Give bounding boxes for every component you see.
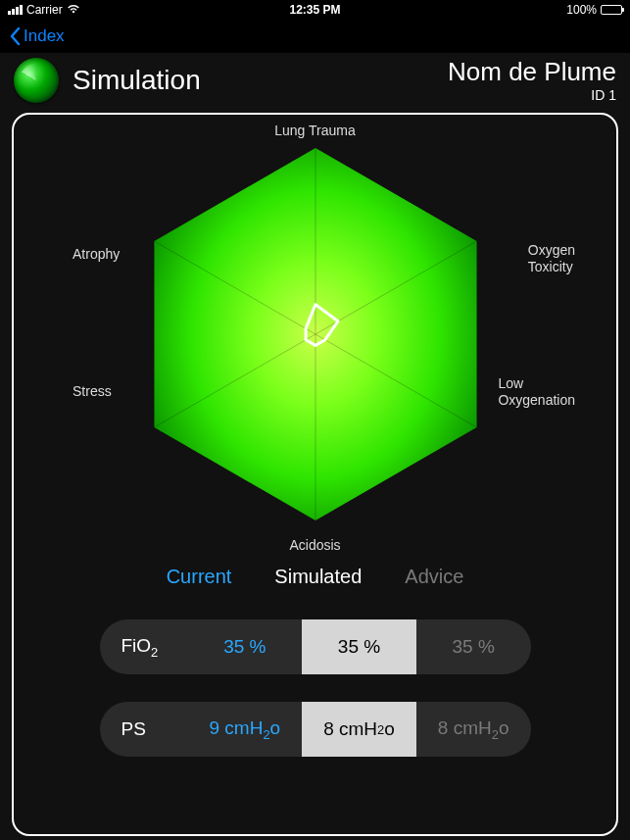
axis-label-low-oxygenation: LowOxygenation	[498, 375, 575, 409]
status-time: 12:35 PM	[289, 3, 340, 17]
param-row-ps: PS 9 cmH2o 8 cmH2o 8 cmH2o	[100, 702, 531, 757]
ps-simulated[interactable]: 8 cmH2o	[302, 702, 416, 757]
ps-current: 9 cmH2o	[188, 717, 303, 742]
ps-advice: 8 cmH2o	[416, 717, 531, 742]
signal-icon	[8, 5, 23, 15]
page-header: Simulation Nom de Plume ID 1	[0, 53, 630, 113]
status-left: Carrier	[8, 3, 80, 17]
chevron-left-icon	[8, 26, 22, 46]
tab-current[interactable]: Current	[167, 566, 232, 588]
back-button[interactable]: Index	[8, 26, 65, 46]
patient-name: Nom de Plume	[448, 57, 616, 87]
axis-label-acidosis: Acidosis	[289, 537, 340, 554]
tab-simulated[interactable]: Simulated	[274, 566, 362, 588]
carrier-label: Carrier	[26, 3, 63, 17]
page-title: Simulation	[73, 65, 201, 96]
axis-label-atrophy: Atrophy	[73, 246, 120, 263]
status-bar: Carrier 12:35 PM 100%	[0, 0, 630, 20]
fio2-current: 35 %	[188, 636, 303, 658]
fio2-advice: 35 %	[416, 636, 531, 658]
wifi-icon	[67, 3, 80, 17]
param-label-fio2: FiO2	[100, 635, 188, 660]
tab-advice[interactable]: Advice	[405, 566, 463, 588]
radar-chart: Lung Trauma OxygenToxicity LowOxygenatio…	[14, 119, 616, 558]
param-label-ps: PS	[100, 718, 188, 740]
axis-label-stress: Stress	[73, 383, 112, 400]
status-right: 100%	[566, 3, 622, 17]
battery-percent: 100%	[566, 3, 597, 17]
radar-icon	[14, 58, 59, 103]
axis-label-oxygen-toxicity: OxygenToxicity	[528, 242, 575, 275]
header-left: Simulation	[14, 58, 201, 103]
fio2-simulated[interactable]: 35 %	[302, 619, 416, 674]
nav-bar: Index	[0, 20, 630, 53]
axis-label-lung-trauma: Lung Trauma	[274, 123, 356, 139]
battery-icon	[601, 5, 622, 15]
value-tabs: Current Simulated Advice	[14, 566, 616, 588]
patient-id: ID 1	[448, 87, 616, 103]
header-right: Nom de Plume ID 1	[448, 57, 616, 103]
main-panel: Lung Trauma OxygenToxicity LowOxygenatio…	[12, 113, 618, 836]
back-label: Index	[24, 26, 65, 46]
param-rows: FiO2 35 % 35 % 35 % PS 9 cmH2o 8 cmH2o 8…	[14, 619, 616, 757]
param-row-fio2: FiO2 35 % 35 % 35 %	[100, 619, 531, 674]
